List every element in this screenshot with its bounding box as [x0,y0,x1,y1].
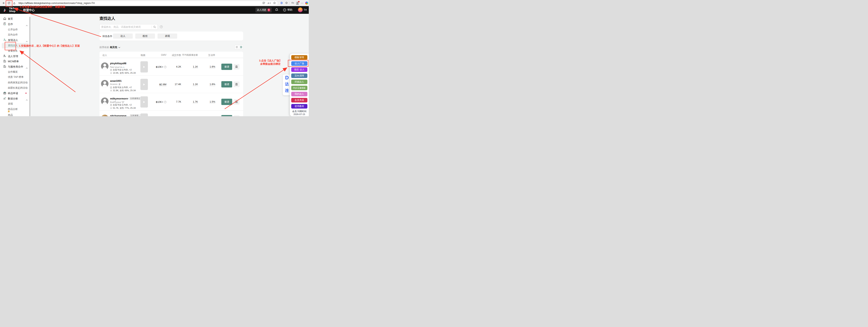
invite-button[interactable]: 邀请 [221,115,232,116]
bookmark-button[interactable] [234,64,240,69]
bookmark-button[interactable] [234,82,240,87]
filter-tab-creator[interactable]: 达人 [113,33,133,39]
sidebar-item-sample-analysis[interactable]: 样品分析 [0,107,31,111]
bookmark-button[interactable] [234,99,240,105]
gmv-info-icon[interactable]: ? [164,101,166,103]
sidebar-item-targeted-collab[interactable]: 定向合作 [0,32,31,37]
help-button[interactable]: ? 帮助 [283,8,292,11]
account-avatar[interactable]: JiRang [298,7,303,12]
annotation-step2: 2.没有显示右边的达连菜单栏，刷新页面 [20,5,65,9]
creator-messages-button[interactable]: 达人消息 8 [255,7,272,12]
creator-row[interactable]: milkymormorrr以前邀请过 มิลค์กี้มอมอ 🐮 女装与女士内… [99,93,243,111]
creator-avatar[interactable] [101,62,108,70]
chevron-up-icon[interactable] [26,66,28,69]
search-icon[interactable] [152,26,158,28]
tiktok-shop-logo[interactable]: TikTok Shop [9,7,17,12]
sort-control[interactable]: 排序依据 相关性 [99,46,120,49]
split-screen-icon[interactable] [262,2,265,5]
play-icon [143,84,145,86]
creator-avatar[interactable] [101,80,108,87]
sidebar-item-products[interactable]: 商品 [0,113,31,116]
sort-value: 相关性 [110,46,117,49]
filter-tab-followers[interactable]: 粉丝 [135,33,155,39]
list-view-icon [240,46,242,49]
sidebar-item-open-collab[interactable]: 公开合作 [0,27,31,32]
invite-button[interactable]: 邀请 [221,81,232,87]
plugin-button-member-recharge[interactable]: 会员充值 [291,98,307,102]
browser-menu-button[interactable]: ⋯ [301,1,304,5]
sidebar-item-view-rankings[interactable]: 查看排名 [0,49,31,53]
read-aloud-icon[interactable]: A [268,2,271,5]
creator-name[interactable]: milkymormorrr [110,97,128,100]
grid-view-button[interactable] [235,45,239,49]
browser-back-button[interactable] [2,1,5,5]
sidebar-item-leader-campaigns[interactable]: 由团长发起的活动 [0,86,31,90]
plugin-button-creator-plaza[interactable]: 达人广场 [291,61,307,66]
video-thumbnail[interactable] [141,114,148,116]
address-bar[interactable]: https://affiliate.tiktokglobalshop.com/c… [11,1,278,5]
sidebar-item-merchant-campaigns[interactable]: 由商家发起的活动 [0,80,31,85]
creator-name[interactable]: nitchaganeye... [110,114,129,116]
copilot-icon[interactable] [305,1,308,5]
plugin-button-sync-invite-template[interactable]: 同步定邀模板 [291,86,307,90]
sidebar-item-discover-creators[interactable]: 发现达人 [0,38,31,42]
chevron-up-icon[interactable] [26,39,28,43]
sidebar-item-data-analysis[interactable]: 数据分析 [0,96,31,101]
sidebar-item-collaboration[interactable]: 合作 [0,22,31,26]
sidebar-item-tap-ranking[interactable]: 优质 TAP 榜单 [0,75,31,79]
creator-row[interactable]: ploykittaya98 กิตยาคนสวย☁️ 女装与女士内衣, +2 1… [99,58,243,76]
plugin-button-mine-creators[interactable]: 挖掘达人 [291,80,307,84]
creator-avatar[interactable] [101,115,108,116]
sidebar-scrollbar[interactable] [29,17,30,116]
gmv-value: ฿10K+? [149,65,166,68]
deals-value: 4.2K [168,65,181,68]
browser-reload-button[interactable] [7,1,11,5]
sidebar-item-mcn-ranking[interactable]: MCN榜单 [0,59,31,63]
search-input[interactable] [100,26,151,28]
favorite-star-icon[interactable] [273,2,276,5]
creator-avatar[interactable] [101,97,108,105]
video-thumbnail[interactable] [141,96,148,108]
sidebar-item-creator-management[interactable]: 达人管理 [0,54,31,58]
sidebar-item-sample-request[interactable]: 样品申请 [0,91,31,95]
video-thumbnail[interactable] [141,79,148,90]
chevron-up-icon[interactable] [26,98,28,101]
sidebar-item-collab-overview[interactable]: 合作概览 [0,70,31,74]
creator-search-box[interactable] [99,24,158,30]
sidebar-item-performance[interactable]: 表现 [0,102,31,106]
bookmark-button[interactable] [234,115,240,116]
plugin-button-tutorial[interactable]: 使用教程 [291,104,307,109]
person-icon [110,90,112,92]
bag-icon [110,104,112,106]
creator-row[interactable]: nitchaganeye...以前邀请... 邀请 [99,111,243,116]
users-icon [3,54,6,58]
video-thumbnail[interactable] [141,61,148,72]
column-header-avg-views: 平均视频播放量 [181,54,198,57]
plugin-button-template-management[interactable]: 模板管理 [291,55,307,60]
dalian-plugin-menu: 模板管理 达人广场 指定 达人 定向清理 挖掘达人 同步定邀模板 我的达人 会员… [290,54,309,116]
plugin-button-assign-creator[interactable]: 指定 达人 [291,67,307,72]
notifications-bell-icon[interactable] [275,8,278,12]
dalian-extension-icon[interactable]: D [280,1,283,5]
plugin-button-targeted-cleanup[interactable]: 定向清理 [291,73,307,78]
extensions-puzzle-icon[interactable] [285,1,288,5]
chevron-up-icon[interactable] [26,24,28,27]
collections-icon[interactable] [291,1,294,5]
list-view-button[interactable] [239,45,243,49]
filter-tab-performance[interactable]: 表现 [158,33,177,39]
invite-button[interactable]: 邀请 [221,64,232,70]
browser-profile-avatar[interactable] [296,1,299,5]
deals-value: 17.4K [168,83,181,86]
new-badge: 新 [8,110,10,113]
sidebar-item-service-provider[interactable]: 与服务商合作 [0,64,31,69]
search-help-icon[interactable]: ? [160,25,163,28]
gmv-value: ฿2.6M [149,83,166,86]
creator-name[interactable]: ploykittaya98 [110,62,126,65]
invite-button[interactable]: 邀请 [221,99,232,105]
gmv-value: ฿10K+? [149,100,166,103]
gmv-info-icon[interactable]: ? [164,66,166,68]
creator-name[interactable]: aoae1001 [110,79,122,82]
sidebar-item-home[interactable]: 首页 [0,17,31,21]
creator-row[interactable]: aoae1001 Aoaeee 🐰 女装与女士内衣, +2 31.8K, 女性 … [99,76,243,93]
plugin-button-my-creators[interactable]: 我的达人 [291,92,307,96]
